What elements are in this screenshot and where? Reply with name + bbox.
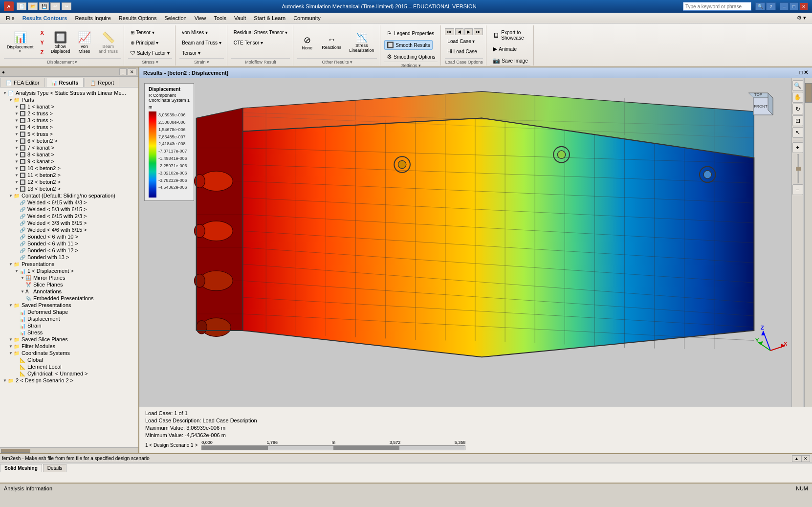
tree-expand[interactable]: ▼ bbox=[14, 173, 20, 177]
search-input[interactable] bbox=[683, 2, 751, 11]
tree-item[interactable]: ▼🔲12 < beton2 > bbox=[1, 178, 137, 185]
pan-btn[interactable]: ✋ bbox=[792, 92, 803, 103]
tree-expand[interactable]: ▼ bbox=[14, 269, 20, 273]
tree-expand[interactable]: ▼ bbox=[14, 132, 20, 136]
menu-view[interactable]: View bbox=[191, 13, 210, 23]
tree-expand[interactable]: ▼ bbox=[14, 139, 20, 143]
fit-btn[interactable]: ⊡ bbox=[792, 115, 803, 126]
tree-expand[interactable]: ▼ bbox=[8, 344, 14, 349]
loadcase-first[interactable]: ⏮ bbox=[445, 28, 454, 35]
toolbar-undo[interactable]: ↩ bbox=[50, 2, 60, 10]
tree-expand[interactable]: ▼ bbox=[8, 337, 14, 342]
tree-item[interactable]: 🔗Bonded < 6 with 10 > bbox=[1, 233, 137, 240]
tree-expand[interactable]: ▼ bbox=[14, 166, 20, 171]
minimize-button[interactable]: – bbox=[780, 2, 789, 10]
panel-scrollbar-area[interactable] bbox=[0, 447, 138, 453]
results-minimize[interactable]: _ bbox=[795, 69, 798, 76]
tree-item[interactable]: ▼📁Filter Modules bbox=[1, 343, 137, 350]
tree-expand[interactable]: ▼ bbox=[8, 98, 14, 102]
ribbon-btn-x[interactable]: X bbox=[38, 28, 46, 37]
loadcase-next[interactable]: ▶ bbox=[464, 28, 473, 35]
ribbon-btn-residual-stress[interactable]: Residual Stress Tensor ▾ bbox=[231, 28, 290, 37]
select-btn[interactable]: ↖ bbox=[792, 127, 803, 138]
tree-expand[interactable]: ▼ bbox=[20, 289, 25, 294]
menu-results-inquire[interactable]: Results Inquire bbox=[71, 13, 114, 23]
tab-report[interactable]: 📋 Report bbox=[85, 78, 119, 87]
tree-item[interactable]: 📊Deformed Shape bbox=[1, 309, 137, 315]
ribbon-btn-smooth-results[interactable]: 🔲 Smooth Results bbox=[384, 40, 433, 50]
tab-fea-editor[interactable]: 📄 FEA Editor bbox=[0, 78, 45, 87]
tree-item[interactable]: ▼🔲5 < truss > bbox=[1, 131, 137, 137]
rotate-btn[interactable]: ↻ bbox=[792, 104, 803, 114]
close-button[interactable]: ✕ bbox=[799, 2, 808, 10]
ribbon-btn-show-displaced[interactable]: 🔲 ShowDisplaced bbox=[48, 28, 73, 57]
tree-item[interactable]: ▼📁Coordinate Systems bbox=[1, 350, 137, 356]
tree-expand[interactable]: ▼ bbox=[14, 146, 20, 150]
maximize-button[interactable]: □ bbox=[790, 2, 798, 10]
results-close[interactable]: ✕ bbox=[804, 69, 808, 76]
tree-expand[interactable]: ▼ bbox=[14, 187, 20, 191]
ribbon-btn-cte-tensor[interactable]: CTE Tensor ▾ bbox=[231, 39, 265, 47]
search-button[interactable]: 🔍 bbox=[755, 2, 765, 10]
ribbon-btn-safety-factor[interactable]: 🛡 Safety Factor ▾ bbox=[128, 49, 172, 57]
tree-item[interactable]: ▼🪟Mirror Planes bbox=[1, 274, 137, 281]
tree-item[interactable]: 📊Stress bbox=[1, 329, 137, 336]
ribbon-btn-tensor[interactable]: ⊞ Tensor ▾ bbox=[128, 28, 157, 37]
tree-item[interactable]: 📐Global bbox=[1, 356, 137, 363]
tab-details[interactable]: Details bbox=[43, 464, 67, 472]
tree-expand[interactable]: ▼ bbox=[14, 159, 20, 164]
ribbon-btn-save-image[interactable]: 📷 Save Image bbox=[490, 56, 530, 66]
menu-settings-icon[interactable]: ⚙ ▾ bbox=[793, 13, 810, 23]
tree-item[interactable]: 🔗Bonded < 6 with 12 > bbox=[1, 247, 137, 254]
nav-cube[interactable]: FRONT TOP bbox=[744, 88, 783, 127]
tree-item[interactable]: ▼🔲11 < beton2 > bbox=[1, 172, 137, 178]
toolbar-save[interactable]: 💾 bbox=[39, 2, 49, 10]
tree-expand[interactable]: ▼ bbox=[14, 105, 20, 109]
ribbon-btn-smoothing-options[interactable]: ⚙ Smoothing Options bbox=[384, 52, 438, 62]
menu-start-learn[interactable]: Start & Learn bbox=[250, 13, 289, 23]
tree-item[interactable]: ▼🔲13 < beton2 > bbox=[1, 185, 137, 192]
ribbon-btn-stress-linearization[interactable]: 📉 StressLinearization bbox=[346, 28, 377, 57]
tree-item[interactable]: ▼📁2 < Design Scenario 2 > bbox=[1, 377, 137, 384]
ribbon-btn-legend-props[interactable]: 🏳 Legend Properties bbox=[384, 28, 437, 38]
tree-expand[interactable]: ▼ bbox=[14, 125, 20, 130]
tree-item[interactable]: ✂️Slice Planes bbox=[1, 281, 137, 288]
tree-item[interactable]: 🔗Welded < 6/15 with 4/3 > bbox=[1, 199, 137, 206]
tree-item[interactable]: ▼📁Parts bbox=[1, 96, 137, 103]
tree-expand[interactable]: ▼ bbox=[8, 194, 14, 198]
ribbon-btn-export-showcase[interactable]: 🖥 Export toShowcase bbox=[490, 28, 526, 42]
tab-results[interactable]: 📊 Results bbox=[46, 78, 84, 87]
tree-item[interactable]: ▼🔲9 < kanat > bbox=[1, 158, 137, 165]
tree-item[interactable]: ▼📁Saved Presentations bbox=[1, 302, 137, 309]
loadcase-prev[interactable]: ◀ bbox=[455, 28, 463, 35]
help-button[interactable]: ? bbox=[766, 2, 776, 10]
zoom-slider-thumb[interactable] bbox=[796, 167, 801, 171]
tree-item[interactable]: ▼🔲1 < kanat > bbox=[1, 103, 137, 110]
ribbon-btn-displacement[interactable]: 📊 Displacement ▾ bbox=[4, 28, 37, 57]
tab-solid-meshing[interactable]: Solid Meshing bbox=[0, 464, 42, 472]
menu-community[interactable]: Community bbox=[289, 13, 325, 23]
panel-minimize[interactable]: _ bbox=[119, 68, 127, 75]
tree-item[interactable]: 📐Cylindrical: < Unnamed > bbox=[1, 370, 137, 377]
menu-vault[interactable]: Vault bbox=[230, 13, 250, 23]
tree-expand[interactable]: ▼ bbox=[2, 91, 8, 95]
menu-tools[interactable]: Tools bbox=[210, 13, 230, 23]
zoom-in-btn[interactable]: 🔍 bbox=[792, 80, 803, 91]
toolbar-open[interactable]: 📂 bbox=[28, 2, 38, 10]
toolbar-redo[interactable]: ↪ bbox=[62, 2, 71, 10]
tree-expand[interactable]: ▼ bbox=[14, 118, 20, 123]
panel-close[interactable]: ✕ bbox=[128, 68, 136, 75]
tree-item[interactable]: 📊Strain bbox=[1, 322, 137, 329]
tree-item[interactable]: ▼📄Analysis Type < Static Stress with Lin… bbox=[1, 89, 137, 96]
ribbon-btn-beam-truss[interactable]: 📏 Beamand Truss bbox=[95, 28, 121, 57]
tree-item[interactable]: 🔗Bonded with 13 > bbox=[1, 254, 137, 261]
zoom-slider-up[interactable]: + bbox=[792, 142, 803, 153]
zoom-slider-down[interactable]: – bbox=[792, 184, 803, 195]
tree-item[interactable]: 🔗Welded < 5/3 with 6/15 > bbox=[1, 206, 137, 213]
tree-item[interactable]: 📐Element Local bbox=[1, 363, 137, 370]
loadcase-last[interactable]: ⏭ bbox=[474, 28, 483, 35]
panel-expand[interactable]: ▲ bbox=[792, 455, 801, 462]
ribbon-btn-tensor-strain[interactable]: Tensor ▾ bbox=[179, 49, 203, 57]
tree-item[interactable]: ▼📊1 < Displacement > bbox=[1, 267, 137, 274]
zoom-slider-track[interactable] bbox=[797, 154, 799, 183]
